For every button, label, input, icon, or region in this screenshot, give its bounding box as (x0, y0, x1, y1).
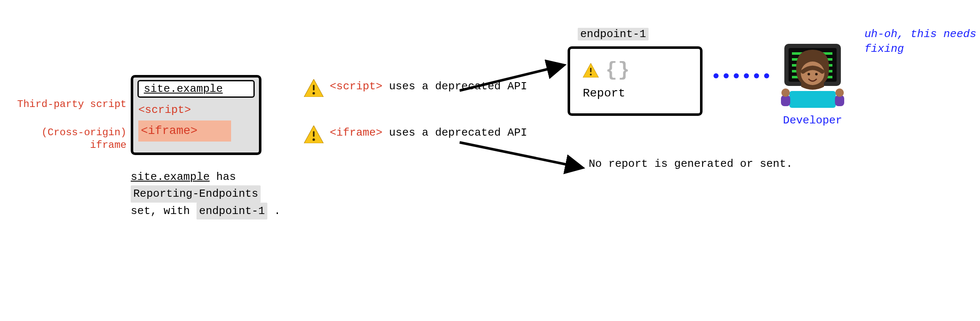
svg-point-24 (815, 73, 818, 75)
svg-point-20 (781, 88, 790, 97)
endpoint-name-text: endpoint-1 (578, 28, 649, 40)
dotted-connector (713, 73, 769, 78)
endpoint-report-label: Report (583, 87, 625, 100)
developer-thought: uh-oh, this needs fixing (864, 27, 980, 56)
endpoint-name: endpoint-1 (578, 28, 649, 40)
warning-icon (583, 63, 599, 78)
svg-rect-4 (590, 68, 591, 72)
endpoint-report-row: {} (583, 61, 630, 80)
developer-avatar-icon (773, 40, 853, 110)
diagram-canvas: site.example <script> <iframe> Third-par… (0, 0, 980, 321)
developer-label: Developer (768, 114, 857, 127)
no-report-text: No report is generated or sent. (589, 156, 793, 172)
endpoint-window: {} Report (568, 46, 703, 116)
braces-icon: {} (606, 61, 630, 80)
svg-point-21 (835, 88, 844, 97)
svg-point-23 (808, 73, 810, 75)
developer: Developer (768, 40, 857, 127)
svg-point-5 (590, 74, 592, 76)
svg-rect-17 (789, 91, 836, 108)
